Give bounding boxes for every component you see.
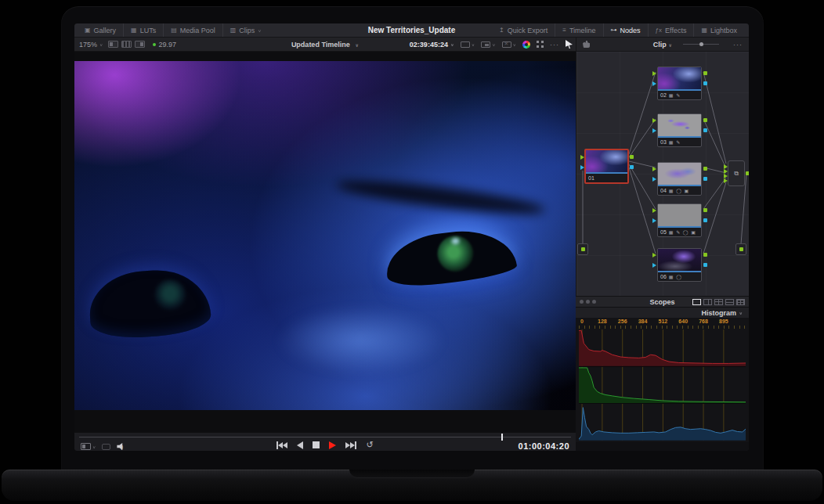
chevron-down-icon: ∨ [472, 42, 475, 47]
axis-tick-label: 256 [618, 319, 627, 324]
scope-layout-single-icon[interactable] [692, 299, 701, 305]
toolbar-button-label: Media Pool [180, 27, 215, 34]
color-viewer-lut-icon[interactable] [522, 41, 530, 49]
node-thumbnail [658, 249, 701, 271]
axis-tick-label: 768 [699, 319, 708, 324]
toolbar-button-timeline[interactable]: ≡Timeline [555, 23, 602, 37]
node-label: 02 [660, 92, 667, 98]
chevron-down-icon: ∨ [513, 42, 516, 47]
toolbar-button-effects[interactable]: ƒxEffects [648, 23, 694, 37]
picture-in-picture-icon [481, 41, 490, 48]
loop-button[interactable]: ↺ [366, 441, 373, 449]
corrector-node-05[interactable]: 05▦ ✎ ◯ ▣ [657, 203, 702, 237]
playhead[interactable] [501, 434, 503, 441]
toolbar-button-luts[interactable]: ▦LUTs [123, 23, 163, 37]
toolbar-button-label: Timeline [569, 27, 596, 34]
toolbar-button-label: LUTs [140, 27, 157, 34]
toolbar-button-label: Clips [239, 27, 255, 34]
gallery-icon: ▣ [85, 27, 91, 34]
layer-mixer-icon: ⧉ [734, 170, 739, 178]
skip-to-start-button[interactable] [276, 441, 287, 449]
viewer-image[interactable] [74, 61, 576, 410]
source-timecode-dropdown[interactable]: 02:39:45:24 ∨ [410, 41, 454, 49]
node-thumbnail [658, 163, 701, 185]
scope-layout-split-icon[interactable] [703, 299, 712, 305]
axis-tick-label: 640 [678, 319, 688, 324]
output-node[interactable] [735, 243, 746, 255]
corrector-node-06[interactable]: 06▦ ◯ [657, 248, 702, 282]
secondary-toolbar: 175% ∨ 29.97 Updated Timeline ∨ 02:39:45… [74, 38, 749, 52]
toolbar-button-gallery[interactable]: ▣Gallery [78, 23, 123, 37]
viewer-toolbar: 175% ∨ 29.97 Updated Timeline ∨ 02:39:45… [74, 38, 576, 51]
chevron-down-icon: ∨ [355, 43, 359, 48]
node-panel-options-menu[interactable]: ··· [733, 41, 743, 49]
node-thumbnail [586, 150, 627, 172]
play-button[interactable] [329, 441, 336, 449]
node-graph-panel[interactable]: ⧉ 01 02▦ ✎ [576, 52, 749, 296]
node-badges: ▦ ◯ ▣ [669, 188, 689, 193]
node-label: 01 [588, 175, 595, 181]
scope-layout-main-icon[interactable] [725, 299, 734, 305]
wipe-style-dropdown[interactable]: ∨ [502, 41, 516, 48]
layer-mixer-node[interactable]: ⧉ [728, 160, 745, 186]
display-icon [461, 41, 470, 48]
axis-tick-label: 0 [580, 319, 584, 324]
media-pool-icon: ▤ [171, 27, 177, 34]
node-zoom-slider[interactable] [683, 44, 719, 45]
chevron-down-icon: ∨ [450, 42, 454, 47]
timeline-icon: ≡ [562, 27, 566, 34]
corrector-node-03[interactable]: 03▦ ✎ [657, 113, 702, 147]
node-view-selector[interactable]: Clip ∨ [576, 41, 749, 49]
toolbar-left-group: ▣Gallery▦LUTs▤Media Pool▥Clips∨ [74, 23, 269, 37]
nodes-icon: ⊶ [611, 27, 617, 34]
transport-controls: ↺ [74, 441, 576, 449]
corrector-node-02[interactable]: 02▦ ✎ [657, 67, 702, 100]
skip-to-end-button[interactable] [345, 441, 356, 449]
histogram-header[interactable]: Histogram ∨ [576, 307, 749, 318]
viewer-tools: 02:39:45:24 ∨ ∨ ∨ ∨ ··· [410, 40, 573, 49]
record-timecode: 01:00:04:20 [519, 441, 569, 451]
toolbar-button-lightbox[interactable]: ▦Lightbox [693, 23, 744, 37]
node-label: 03 [660, 139, 667, 145]
node-badges: ▦ ✎ ◯ ▣ [669, 229, 696, 235]
stop-button[interactable] [313, 441, 320, 448]
expand-viewer-icon[interactable] [537, 41, 544, 48]
toolbar-button-nodes[interactable]: ⊶Nodes [603, 23, 648, 37]
chevron-down-icon: ∨ [668, 43, 672, 48]
wipe-disabled-icon [502, 41, 511, 48]
node-thumbnail [658, 204, 701, 226]
histogram-green-channel [579, 366, 746, 404]
display-mode-dropdown[interactable]: ∨ [461, 41, 475, 48]
node-label: 04 [660, 188, 667, 193]
histogram-mode-label: Histogram [702, 309, 737, 317]
play-reverse-button[interactable] [297, 441, 303, 449]
node-badges: ▦ ◯ [669, 274, 682, 279]
transport-bar: ∨ ) ↺ 01:00:04:20 [74, 432, 576, 451]
effects-icon: ƒx [656, 27, 662, 34]
corrector-node-01[interactable]: 01 [584, 149, 629, 184]
scope-layout-quad-icon[interactable] [714, 299, 723, 305]
lightbox-icon: ▦ [701, 27, 707, 34]
axis-tick-label: 512 [659, 319, 668, 324]
toolbar-button-label: Lightbox [710, 27, 737, 34]
histogram-panel: 0128256384512640768895 [576, 318, 749, 442]
toolbar-button-clips[interactable]: ▥Clips∨ [222, 23, 269, 37]
toolbar-button-quick-export[interactable]: ↥Quick Export [492, 23, 555, 37]
panel-bottom-strip [576, 442, 749, 451]
viewer-options-menu[interactable]: ··· [550, 41, 559, 49]
viewer-scrubber[interactable] [79, 437, 571, 437]
source-node[interactable] [577, 243, 588, 255]
histogram-charts [579, 329, 746, 441]
scope-layout-grid-icon[interactable] [736, 299, 745, 305]
source-port-icon [581, 247, 585, 251]
node-label: 05 [660, 229, 667, 235]
toolbar-right-group: ↥Quick Export≡Timeline⊶NodesƒxEffects▦Li… [492, 23, 749, 37]
corrector-node-04[interactable]: 04▦ ◯ ▣ [657, 162, 702, 196]
reference-wipe-dropdown[interactable]: ∨ [481, 41, 495, 48]
pointer-tool-icon[interactable] [566, 40, 573, 49]
toolbar-button-media-pool[interactable]: ▤Media Pool [163, 23, 222, 37]
panel-window-dots [580, 300, 596, 304]
node-panel-header: Clip ∨ ··· [576, 38, 749, 51]
timeline-name-label: Updated Timeline [291, 41, 350, 49]
slider-knob[interactable] [699, 42, 703, 46]
